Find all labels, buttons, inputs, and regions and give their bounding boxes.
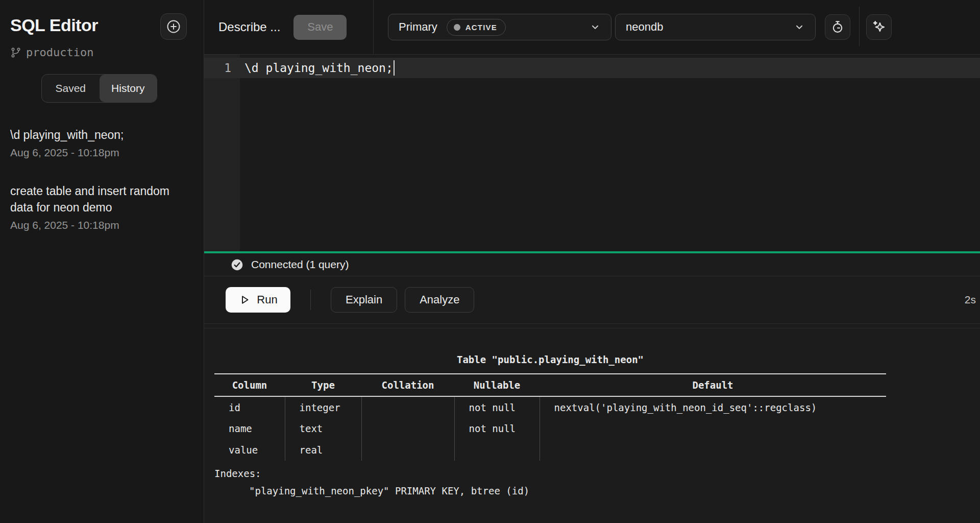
text-cursor [394,60,395,76]
results-divider [204,324,980,328]
column-header: Nullable [454,374,540,396]
result-cell: id [214,396,285,418]
code-editor[interactable]: 1 \d playing_with_neon; [204,55,980,251]
result-cell [540,418,886,439]
git-branch-icon [10,47,21,58]
branch-name: production [26,46,93,59]
result-cell: name [214,418,285,439]
index-entry: "playing_with_neon_pkey" PRIMARY KEY, bt… [214,485,886,496]
history-item-title: \d playing_with_neon; [10,127,193,144]
analyze-button[interactable]: Analyze [405,287,474,313]
database-selector-value: neondb [626,20,663,34]
connection-statusbar: Connected (1 query) [204,253,980,276]
editor-gutter [204,55,240,251]
saved-history-tabs: Saved History [41,74,157,103]
topbar: Describe ... Save Primary ACTIVE neondb [204,0,980,55]
column-header: Type [285,374,361,396]
result-cell: not null [454,396,540,418]
status-badge-label: ACTIVE [465,23,497,32]
topbar-divider [373,0,374,54]
history-item-timestamp: Aug 6, 2025 - 10:18pm [10,219,193,231]
result-cell [361,418,454,439]
chevron-down-icon [794,21,805,33]
result-cell: value [214,439,285,461]
result-cell: not null [454,418,540,439]
database-selector[interactable]: neondb [615,14,816,40]
sparkle-icon [871,19,887,35]
result-cell [540,439,886,461]
result-cell: integer [285,396,361,418]
table-row: value real [214,439,886,461]
tab-saved[interactable]: Saved [42,75,100,102]
query-title: Describe ... [218,20,280,34]
topbar-right-divider [859,7,860,46]
plus-circle-icon [166,19,181,34]
column-header: Default [540,374,886,396]
explain-button[interactable]: Explain [331,287,397,313]
table-row: id integer not null nextval('playing_wit… [214,396,886,418]
result-table: Column Type Collation Nullable Default i… [214,373,886,461]
branch-indicator: production [0,40,204,59]
sidebar-header: SQL Editor [0,0,204,40]
play-icon [238,294,251,306]
status-dot-icon [454,24,460,31]
result-table-title: Table "public.playing_with_neon" [214,354,886,365]
status-badge: ACTIVE [447,19,506,36]
history-list-item[interactable]: \d playing_with_neon; Aug 6, 2025 - 10:1… [10,127,193,159]
query-toolbar: Run Explain Analyze 2s [204,276,980,324]
history-item-title: create table and insert random data for … [10,183,193,216]
history-item-timestamp: Aug 6, 2025 - 10:18pm [10,147,193,159]
main-panel: Describe ... Save Primary ACTIVE neondb [204,0,980,523]
branch-selector[interactable]: Primary ACTIVE [388,14,611,40]
history-list: \d playing_with_neon; Aug 6, 2025 - 10:1… [0,127,204,231]
save-button[interactable]: Save [293,15,347,40]
page-title: SQL Editor [10,15,98,35]
editor-active-line[interactable]: 1 \d playing_with_neon; [204,58,980,78]
result-cell [454,439,540,461]
psql-output: Table "public.playing_with_neon" Column … [214,354,886,496]
result-header-row: Column Type Collation Nullable Default [214,374,886,396]
sidebar: SQL Editor produc [0,0,204,523]
connection-status-text: Connected (1 query) [251,258,349,271]
result-cell [361,396,454,418]
result-cell [361,439,454,461]
column-header: Column [214,374,285,396]
result-cell: nextval('playing_with_neon_id_seq'::regc… [540,396,886,418]
indexes-label: Indexes: [214,468,886,479]
table-row: name text not null [214,418,886,439]
ai-assist-button[interactable] [866,14,892,40]
query-timer-button[interactable] [825,14,850,40]
line-number: 1 [204,61,240,75]
branch-selector-value: Primary [399,20,437,34]
results-panel: Table "public.playing_with_neon" Column … [204,328,980,523]
toolbar-divider [310,290,311,310]
column-header: Collation [361,374,454,396]
query-duration: 2s [965,294,976,306]
result-cell: text [285,418,361,439]
new-query-button[interactable] [160,13,187,40]
run-button[interactable]: Run [226,287,290,313]
result-cell: real [285,439,361,461]
stopwatch-icon [830,20,845,34]
check-circle-icon [231,258,243,271]
history-list-item[interactable]: create table and insert random data for … [10,183,193,231]
sql-editor-app: SQL Editor produc [0,0,980,523]
tab-history[interactable]: History [100,75,157,102]
run-button-label: Run [257,293,277,306]
code-text: \d playing_with_neon; [240,61,393,75]
chevron-down-icon [590,21,601,33]
